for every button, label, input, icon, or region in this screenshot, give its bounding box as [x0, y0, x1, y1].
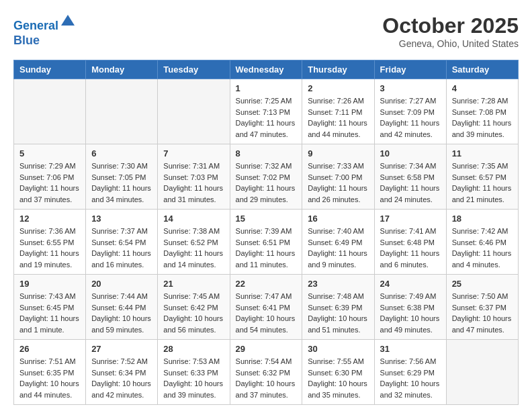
day-info: Sunrise: 7:27 AM Sunset: 7:09 PM Dayligh…: [380, 95, 441, 140]
logo-blue: Blue: [13, 34, 40, 47]
day-info: Sunrise: 7:42 AM Sunset: 6:46 PM Dayligh…: [452, 226, 513, 270]
day-number: 12: [19, 214, 80, 224]
calendar-day-cell: 16Sunrise: 7:40 AM Sunset: 6:49 PM Dayli…: [302, 210, 374, 275]
day-number: 9: [308, 148, 368, 158]
calendar-day-cell: 23Sunrise: 7:48 AM Sunset: 6:39 PM Dayli…: [302, 275, 374, 340]
calendar-day-cell: 30Sunrise: 7:55 AM Sunset: 6:30 PM Dayli…: [302, 340, 374, 405]
calendar-week-row: 5Sunrise: 7:29 AM Sunset: 7:06 PM Daylig…: [14, 144, 519, 210]
day-info: Sunrise: 7:52 AM Sunset: 6:34 PM Dayligh…: [91, 356, 152, 400]
calendar-day-cell: 10Sunrise: 7:34 AM Sunset: 6:58 PM Dayli…: [374, 144, 446, 210]
day-info: Sunrise: 7:45 AM Sunset: 6:42 PM Dayligh…: [163, 291, 224, 335]
day-info: Sunrise: 7:53 AM Sunset: 6:33 PM Dayligh…: [163, 356, 224, 400]
calendar-day-cell: 4Sunrise: 7:28 AM Sunset: 7:08 PM Daylig…: [446, 79, 518, 144]
day-number: 30: [308, 344, 368, 354]
calendar-week-row: 1Sunrise: 7:25 AM Sunset: 7:13 PM Daylig…: [14, 79, 519, 144]
day-number: 21: [163, 279, 224, 289]
day-info: Sunrise: 7:44 AM Sunset: 6:44 PM Dayligh…: [91, 291, 152, 335]
day-info: Sunrise: 7:54 AM Sunset: 6:32 PM Dayligh…: [236, 356, 297, 400]
calendar-table: SundayMondayTuesdayWednesdayThursdayFrid…: [13, 60, 519, 405]
calendar-day-cell: 12Sunrise: 7:36 AM Sunset: 6:55 PM Dayli…: [14, 210, 86, 275]
day-info: Sunrise: 7:34 AM Sunset: 6:58 PM Dayligh…: [380, 161, 441, 205]
page-header: General Blue October 2025 Geneva, Ohio, …: [13, 13, 519, 49]
day-info: Sunrise: 7:43 AM Sunset: 6:45 PM Dayligh…: [19, 291, 80, 335]
calendar-day-cell: 11Sunrise: 7:35 AM Sunset: 6:57 PM Dayli…: [446, 144, 518, 210]
day-number: 23: [308, 279, 368, 289]
day-info: Sunrise: 7:50 AM Sunset: 6:37 PM Dayligh…: [452, 291, 513, 335]
day-number: 28: [163, 344, 224, 354]
calendar-day-cell: 1Sunrise: 7:25 AM Sunset: 7:13 PM Daylig…: [230, 79, 302, 144]
day-number: 18: [452, 214, 513, 224]
day-number: 4: [452, 83, 513, 93]
day-info: Sunrise: 7:38 AM Sunset: 6:52 PM Dayligh…: [163, 226, 224, 270]
calendar-day-cell: 17Sunrise: 7:41 AM Sunset: 6:48 PM Dayli…: [374, 210, 446, 275]
logo-text: General Blue: [13, 13, 76, 48]
day-number: 19: [19, 279, 80, 289]
day-info: Sunrise: 7:47 AM Sunset: 6:41 PM Dayligh…: [236, 291, 297, 335]
weekday-header: Thursday: [302, 60, 374, 79]
day-info: Sunrise: 7:39 AM Sunset: 6:51 PM Dayligh…: [236, 226, 297, 270]
calendar-day-cell: 19Sunrise: 7:43 AM Sunset: 6:45 PM Dayli…: [14, 275, 86, 340]
logo: General Blue: [13, 13, 76, 48]
day-number: 27: [91, 344, 152, 354]
calendar-day-cell: 2Sunrise: 7:26 AM Sunset: 7:11 PM Daylig…: [302, 79, 374, 144]
calendar-day-cell: 29Sunrise: 7:54 AM Sunset: 6:32 PM Dayli…: [230, 340, 302, 405]
calendar-day-cell: 6Sunrise: 7:30 AM Sunset: 7:05 PM Daylig…: [86, 144, 158, 210]
calendar-week-row: 12Sunrise: 7:36 AM Sunset: 6:55 PM Dayli…: [14, 210, 519, 275]
day-number: 20: [91, 279, 152, 289]
day-info: Sunrise: 7:40 AM Sunset: 6:49 PM Dayligh…: [308, 226, 368, 270]
day-number: 15: [236, 214, 297, 224]
day-number: 5: [19, 148, 80, 158]
calendar-day-cell: 8Sunrise: 7:32 AM Sunset: 7:02 PM Daylig…: [230, 144, 302, 210]
calendar-day-cell: 24Sunrise: 7:49 AM Sunset: 6:38 PM Dayli…: [374, 275, 446, 340]
day-info: Sunrise: 7:55 AM Sunset: 6:30 PM Dayligh…: [308, 356, 368, 400]
calendar-day-cell: 22Sunrise: 7:47 AM Sunset: 6:41 PM Dayli…: [230, 275, 302, 340]
day-info: Sunrise: 7:29 AM Sunset: 7:06 PM Dayligh…: [19, 161, 80, 205]
day-number: 14: [163, 214, 224, 224]
weekday-header: Friday: [374, 60, 446, 79]
calendar-day-cell: 28Sunrise: 7:53 AM Sunset: 6:33 PM Dayli…: [158, 340, 230, 405]
day-number: 6: [91, 148, 152, 158]
day-number: 17: [380, 214, 441, 224]
weekday-header: Saturday: [446, 60, 518, 79]
calendar-day-cell: [158, 79, 230, 144]
day-info: Sunrise: 7:41 AM Sunset: 6:48 PM Dayligh…: [380, 226, 441, 270]
calendar-week-row: 19Sunrise: 7:43 AM Sunset: 6:45 PM Dayli…: [14, 275, 519, 340]
day-info: Sunrise: 7:26 AM Sunset: 7:11 PM Dayligh…: [308, 95, 368, 140]
weekday-header: Monday: [86, 60, 158, 79]
calendar-day-cell: 7Sunrise: 7:31 AM Sunset: 7:03 PM Daylig…: [158, 144, 230, 210]
logo-icon: [60, 13, 76, 30]
calendar-day-cell: 15Sunrise: 7:39 AM Sunset: 6:51 PM Dayli…: [230, 210, 302, 275]
day-info: Sunrise: 7:32 AM Sunset: 7:02 PM Dayligh…: [236, 161, 297, 205]
calendar-day-cell: 21Sunrise: 7:45 AM Sunset: 6:42 PM Dayli…: [158, 275, 230, 340]
day-info: Sunrise: 7:51 AM Sunset: 6:35 PM Dayligh…: [19, 356, 80, 400]
day-info: Sunrise: 7:49 AM Sunset: 6:38 PM Dayligh…: [380, 291, 441, 335]
day-number: 31: [380, 344, 441, 354]
day-info: Sunrise: 7:25 AM Sunset: 7:13 PM Dayligh…: [236, 95, 297, 140]
day-number: 13: [91, 214, 152, 224]
day-info: Sunrise: 7:35 AM Sunset: 6:57 PM Dayligh…: [452, 161, 513, 205]
day-number: 25: [452, 279, 513, 289]
day-number: 2: [308, 83, 368, 93]
day-info: Sunrise: 7:56 AM Sunset: 6:29 PM Dayligh…: [380, 356, 441, 400]
day-number: 1: [236, 83, 297, 93]
day-info: Sunrise: 7:37 AM Sunset: 6:54 PM Dayligh…: [91, 226, 152, 270]
day-number: 3: [380, 83, 441, 93]
calendar-day-cell: 13Sunrise: 7:37 AM Sunset: 6:54 PM Dayli…: [86, 210, 158, 275]
day-info: Sunrise: 7:28 AM Sunset: 7:08 PM Dayligh…: [452, 95, 513, 140]
calendar-day-cell: 18Sunrise: 7:42 AM Sunset: 6:46 PM Dayli…: [446, 210, 518, 275]
calendar-day-cell: 3Sunrise: 7:27 AM Sunset: 7:09 PM Daylig…: [374, 79, 446, 144]
calendar-day-cell: 5Sunrise: 7:29 AM Sunset: 7:06 PM Daylig…: [14, 144, 86, 210]
day-info: Sunrise: 7:36 AM Sunset: 6:55 PM Dayligh…: [19, 226, 80, 270]
calendar-day-cell: 9Sunrise: 7:33 AM Sunset: 7:00 PM Daylig…: [302, 144, 374, 210]
svg-marker-0: [61, 15, 75, 26]
day-number: 22: [236, 279, 297, 289]
day-number: 29: [236, 344, 297, 354]
weekday-header: Tuesday: [158, 60, 230, 79]
logo-general: General: [13, 19, 58, 32]
day-number: 8: [236, 148, 297, 158]
day-number: 26: [19, 344, 80, 354]
weekday-header: Wednesday: [230, 60, 302, 79]
calendar-day-cell: 25Sunrise: 7:50 AM Sunset: 6:37 PM Dayli…: [446, 275, 518, 340]
calendar-day-cell: [86, 79, 158, 144]
calendar-day-cell: 27Sunrise: 7:52 AM Sunset: 6:34 PM Dayli…: [86, 340, 158, 405]
